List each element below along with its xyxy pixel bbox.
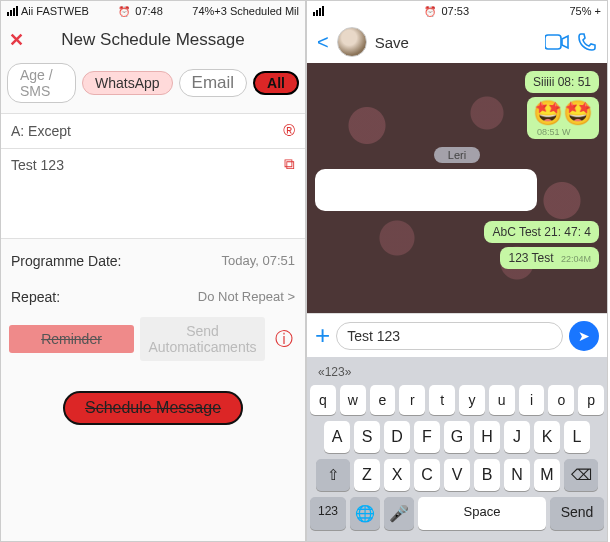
tab-whatsapp[interactable]: WhatsApp [82,71,173,95]
voice-call-icon[interactable] [577,32,597,52]
keyboard-row-1: q w e r t y u i o p [310,385,604,415]
message-input[interactable]: Test 123 [336,322,563,350]
key-send[interactable]: Send [550,497,604,530]
key-p[interactable]: p [578,385,604,415]
key-s[interactable]: S [354,421,380,453]
key-i[interactable]: i [519,385,545,415]
keyboard: «123» q w e r t y u i o p A S D F G H J … [307,357,607,541]
key-globe-icon[interactable]: 🌐 [350,497,380,530]
key-u[interactable]: u [489,385,515,415]
key-space[interactable]: Space [418,497,546,530]
schedule-pane: Aii FASTWEB 07:48 74%+3 Scheduled Mil ✕ … [0,0,306,542]
tab-all[interactable]: All [253,71,299,95]
carrier-label: Aii FASTWEB [21,5,89,17]
programme-date-label: Programme Date: [11,253,121,269]
whatsapp-pane: 07:53 75% + < Save Siiiii 08: 51 🤩🤩 08:5… [306,0,608,542]
nav-bar-right: < Save [307,21,607,63]
programme-date-value: Today, 07:51 [222,253,295,269]
message-timestamp: 08:51 W [537,127,593,137]
attach-icon[interactable]: + [315,320,330,351]
nav-bar-left: ✕ New Schedule Message [1,21,305,59]
key-f[interactable]: F [414,421,440,453]
recipient-field[interactable]: A: Except ® [1,113,305,149]
reminder-row: Reminder Send Automaticaments ⓘ [1,311,305,365]
info-icon[interactable]: ⓘ [271,327,297,351]
key-h[interactable]: H [474,421,500,453]
schedule-message-button[interactable]: Schedule Message [63,391,243,425]
signal-icon [313,6,324,16]
channel-tabs: Age / SMS WhatsApp Email All [1,59,305,113]
close-icon[interactable]: ✕ [9,29,24,51]
key-z[interactable]: Z [354,459,380,491]
message-out[interactable]: Siiiii 08: 51 [525,71,599,93]
key-d[interactable]: D [384,421,410,453]
key-k[interactable]: K [534,421,560,453]
message-text: Test 123 [11,157,64,173]
repeat-row[interactable]: Repeat: Do Not Repeat > [1,275,305,311]
page-title: New Schedule Message [61,30,244,50]
message-out-emoji[interactable]: 🤩🤩 08:51 W [527,97,599,139]
message-input-bar: + Test 123 ➤ [307,313,607,357]
contact-name[interactable]: Save [375,34,537,51]
avatar[interactable] [337,27,367,57]
key-mic-icon[interactable]: 🎤 [384,497,414,530]
key-backspace[interactable]: ⌫ [564,459,598,491]
signal-icon [7,6,18,16]
key-l[interactable]: L [564,421,590,453]
key-t[interactable]: t [429,385,455,415]
key-x[interactable]: X [384,459,410,491]
status-bar-left: Aii FASTWEB 07:48 74%+3 Scheduled Mil [1,1,305,21]
message-timestamp: 22:04M [561,254,591,264]
keyboard-hint: «123» [310,363,604,385]
message-out[interactable]: 123 Test 22:04M [500,247,599,269]
repeat-label: Repeat: [11,289,60,305]
message-out[interactable]: AbC Test 21: 47: 4 [484,221,599,243]
keyboard-row-4: 123 🌐 🎤 Space Send [310,497,604,530]
key-c[interactable]: C [414,459,440,491]
keyboard-row-2: A S D F G H J K L [310,421,604,453]
keyboard-row-3: ⇧ Z X C V B N M ⌫ [310,459,604,491]
key-b[interactable]: B [474,459,500,491]
tab-sms[interactable]: Age / SMS [7,63,76,103]
status-bar-right: 07:53 75% + [307,1,607,21]
tab-email[interactable]: Email [179,69,248,97]
key-y[interactable]: y [459,385,485,415]
programme-date-row[interactable]: Programme Date: Today, 07:51 [1,239,305,275]
starstruck-icon: 🤩🤩 [533,99,593,126]
status-time: 07:53 [424,5,469,17]
recipient-trademark-icon: ® [283,122,295,140]
key-q[interactable]: q [310,385,336,415]
key-v[interactable]: V [444,459,470,491]
reminder-button[interactable]: Reminder [9,325,134,353]
copy-icon[interactable]: ⧉ [284,155,295,173]
key-123[interactable]: 123 [310,497,346,530]
recipient-label: A: Except [11,123,71,139]
repeat-value: Do Not Repeat > [198,289,295,305]
day-separator: Leri [434,147,480,163]
key-o[interactable]: o [548,385,574,415]
key-n[interactable]: N [504,459,530,491]
key-w[interactable]: w [340,385,366,415]
send-icon: ➤ [578,328,590,344]
status-battery: 75% + [570,5,602,17]
status-time: 07:48 [118,5,163,17]
chat-area: Siiiii 08: 51 🤩🤩 08:51 W Leri AbC Test 2… [307,63,607,313]
message-in-empty[interactable] [315,169,537,211]
key-m[interactable]: M [534,459,560,491]
key-j[interactable]: J [504,421,530,453]
send-auto-button[interactable]: Send Automaticaments [140,317,265,361]
key-a[interactable]: A [324,421,350,453]
back-icon[interactable]: < [317,31,329,54]
key-g[interactable]: G [444,421,470,453]
video-call-icon[interactable] [545,34,569,50]
key-r[interactable]: r [399,385,425,415]
svg-rect-0 [545,35,561,49]
key-shift[interactable]: ⇧ [316,459,350,491]
message-field[interactable]: Test 123 ⧉ [1,149,305,239]
key-e[interactable]: e [370,385,396,415]
send-button[interactable]: ➤ [569,321,599,351]
status-battery: 74%+3 Scheduled Mil [192,5,299,17]
